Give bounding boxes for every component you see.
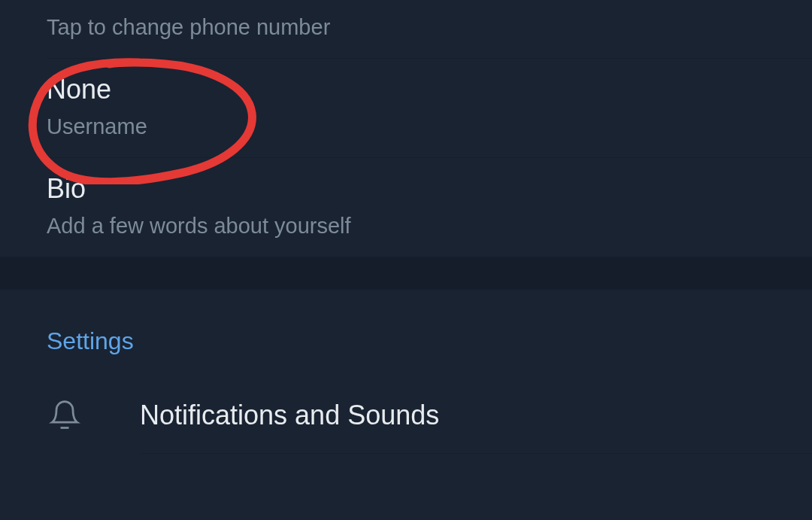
bell-icon [47,397,83,433]
username-row[interactable]: None Username [0,59,812,157]
divider [140,453,812,454]
phone-hint[interactable]: Tap to change phone number [0,0,812,58]
bio-value: Bio [47,173,812,205]
section-gap [0,257,812,290]
username-value: None [47,74,812,105]
notifications-label: Notifications and Sounds [140,400,439,431]
bio-label: Add a few words about yourself [47,214,812,239]
notifications-row[interactable]: Notifications and Sounds [0,378,812,453]
username-label: Username [47,114,812,139]
settings-header: Settings [0,290,812,378]
bio-row[interactable]: Bio Add a few words about yourself [0,158,812,257]
